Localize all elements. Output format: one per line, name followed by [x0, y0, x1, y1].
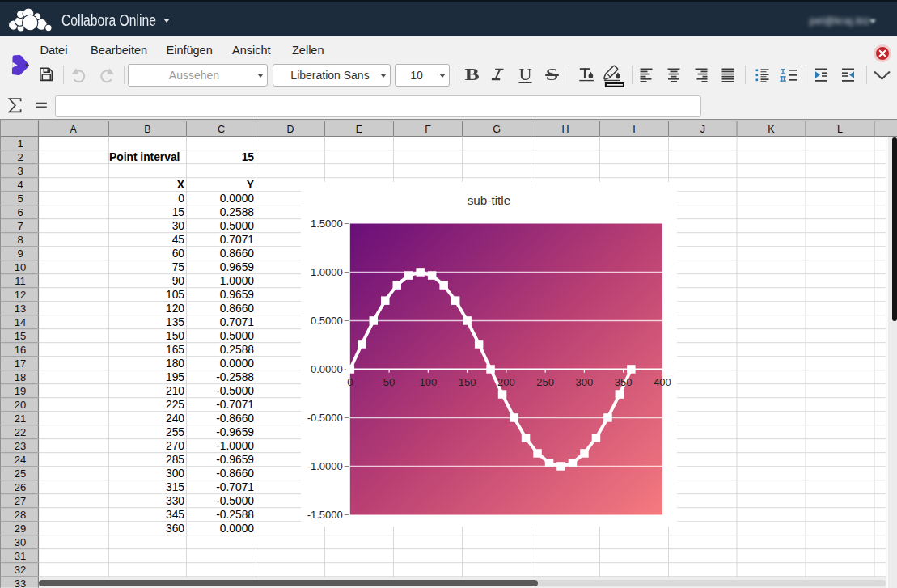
svg-text:H: H [561, 124, 569, 135]
svg-text:25: 25 [15, 467, 26, 480]
svg-text:I: I [633, 124, 635, 135]
svg-text:1.0000: 1.0000 [311, 266, 343, 278]
svg-text:27: 27 [15, 495, 26, 507]
svg-text:4: 4 [17, 179, 23, 191]
svg-text:0: 0 [347, 376, 353, 388]
svg-text:31: 31 [15, 550, 26, 562]
svg-text:D: D [286, 124, 294, 135]
svg-text:8: 8 [17, 234, 23, 246]
svg-text:L: L [837, 124, 843, 135]
svg-text:24: 24 [15, 454, 26, 466]
svg-text:26: 26 [15, 481, 26, 493]
svg-text:9: 9 [17, 247, 23, 260]
svg-text:5: 5 [17, 192, 23, 205]
svg-text:G: G [493, 124, 501, 135]
svg-text:33: 33 [15, 577, 26, 588]
svg-text:16: 16 [15, 344, 26, 356]
svg-text:12: 12 [15, 289, 26, 301]
svg-text:K: K [768, 124, 775, 135]
svg-text:7: 7 [17, 220, 23, 232]
svg-text:21: 21 [15, 412, 26, 425]
svg-text:14: 14 [15, 316, 26, 328]
svg-text:18: 18 [15, 371, 26, 383]
svg-text:150: 150 [459, 376, 476, 388]
svg-text:3: 3 [17, 165, 23, 177]
svg-text:1: 1 [17, 137, 23, 150]
svg-text:300: 300 [576, 376, 594, 388]
svg-text:50: 50 [383, 376, 395, 388]
svg-text:J: J [700, 124, 705, 135]
svg-text:B: B [144, 124, 150, 135]
svg-text:250: 250 [536, 376, 554, 388]
svg-text:-1.5000: -1.5000 [307, 509, 343, 521]
svg-text:22: 22 [15, 426, 26, 438]
svg-text:20: 20 [15, 399, 26, 411]
svg-text:350: 350 [615, 376, 633, 388]
svg-text:28: 28 [15, 509, 26, 521]
svg-text:-0.5000: -0.5000 [307, 412, 343, 424]
svg-text:400: 400 [654, 376, 671, 388]
svg-text:F: F [425, 124, 431, 135]
svg-text:1.5000: 1.5000 [311, 218, 343, 230]
svg-text:17: 17 [15, 357, 26, 370]
svg-text:6: 6 [17, 206, 23, 218]
svg-text:A: A [70, 124, 78, 135]
svg-text:E: E [356, 124, 362, 135]
svg-text:C: C [218, 124, 225, 135]
svg-text:13: 13 [15, 302, 26, 315]
svg-text:15: 15 [15, 330, 26, 342]
svg-text:-1.0000: -1.0000 [307, 460, 343, 472]
svg-text:0.5000: 0.5000 [311, 315, 343, 327]
svg-text:11: 11 [15, 275, 26, 287]
svg-text:19: 19 [15, 385, 26, 397]
svg-text:30: 30 [15, 536, 26, 548]
svg-text:2: 2 [17, 151, 23, 163]
svg-text:32: 32 [15, 564, 26, 576]
svg-text:100: 100 [420, 376, 438, 388]
svg-text:10: 10 [15, 261, 26, 273]
svg-text:sub-title: sub-title [468, 193, 511, 207]
svg-text:23: 23 [15, 440, 26, 452]
svg-text:200: 200 [497, 376, 515, 388]
svg-text:0.0000: 0.0000 [311, 363, 343, 375]
svg-text:29: 29 [15, 522, 26, 535]
